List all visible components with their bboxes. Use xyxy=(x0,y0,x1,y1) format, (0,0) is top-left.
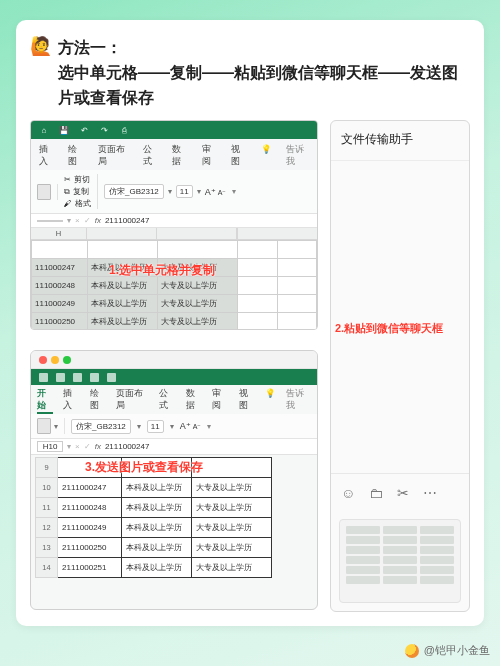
qat-icon[interactable] xyxy=(73,373,82,382)
cell[interactable]: 2111000248 xyxy=(58,498,122,518)
fx-label: fx xyxy=(95,442,101,451)
cell[interactable]: 大专及以上学历 xyxy=(158,313,238,331)
cell[interactable]: 大专及以上学历 xyxy=(192,478,272,498)
tab-draw[interactable]: 绘图 xyxy=(66,142,85,170)
tab-formula[interactable]: 公式 xyxy=(159,388,175,414)
excel2-grid[interactable]: 9102111000247本科及以上学历大专及以上学历112111000248本… xyxy=(31,455,317,578)
cell[interactable]: 本科及以上学历 xyxy=(122,478,192,498)
tab-layout[interactable]: 页面布局 xyxy=(116,388,149,414)
tell-me[interactable]: 告诉我 xyxy=(286,388,311,414)
more-icon[interactable]: ⋯ xyxy=(423,485,437,501)
name-box[interactable]: H10 xyxy=(37,441,63,452)
cell[interactable] xyxy=(88,241,158,259)
emoji-icon[interactable]: ☺ xyxy=(341,485,355,501)
cell[interactable] xyxy=(192,458,272,478)
close-icon[interactable] xyxy=(39,356,47,364)
tab-view[interactable]: 视图 xyxy=(229,142,248,170)
row-header[interactable]: 12 xyxy=(36,518,58,538)
cell[interactable]: 111000250 xyxy=(32,313,88,331)
clipboard-icon[interactable] xyxy=(37,418,51,434)
row-header[interactable]: 14 xyxy=(36,558,58,578)
font-size-select[interactable]: 11 xyxy=(147,420,164,433)
cell[interactable]: 2111000251 xyxy=(58,558,122,578)
cell[interactable] xyxy=(122,458,192,478)
wechat-pasted-preview[interactable] xyxy=(339,519,461,603)
tab-data[interactable]: 数据 xyxy=(186,388,202,414)
formula-value[interactable]: 2111000247 xyxy=(105,216,150,225)
wechat-title: 文件传输助手 xyxy=(331,121,469,161)
name-box[interactable] xyxy=(37,220,63,222)
minimize-icon[interactable] xyxy=(51,356,59,364)
chevron-down-icon[interactable]: ▾ xyxy=(232,187,236,196)
heading-text: 方法一： 选中单元格——复制——粘贴到微信等聊天框——发送图片或查看保存 xyxy=(58,36,470,110)
cell[interactable]: 本科及以上学历 xyxy=(88,259,158,277)
cell[interactable]: 大专及以上学历 xyxy=(192,558,272,578)
tab-insert[interactable]: 插入 xyxy=(63,388,79,414)
tab-draw[interactable]: 绘图 xyxy=(90,388,106,414)
tell-me[interactable]: 告诉我 xyxy=(284,142,311,170)
tab-review[interactable]: 审阅 xyxy=(200,142,219,170)
qat-icon[interactable] xyxy=(107,373,116,382)
row-header[interactable]: 9 xyxy=(36,458,58,478)
home-icon: ⌂ xyxy=(39,125,49,135)
tab-formula[interactable]: 公式 xyxy=(141,142,160,170)
qat-icon[interactable] xyxy=(90,373,99,382)
cell[interactable]: 2111000249 xyxy=(58,518,122,538)
excel1-grid[interactable]: 111000247本科及以上学历大专及以上学历111000248本科及以上学历大… xyxy=(31,240,317,330)
col-header-h[interactable]: H xyxy=(31,228,87,239)
cell[interactable]: 大专及以上学历 xyxy=(158,259,238,277)
format-label[interactable]: 格式 xyxy=(75,198,91,209)
folder-icon[interactable]: 🗀 xyxy=(369,485,383,501)
font-grow-shrink[interactable]: A⁺A⁻ xyxy=(180,421,202,431)
tab-insert[interactable]: 插入 xyxy=(37,142,56,170)
tab-home[interactable]: 开始 xyxy=(37,388,53,414)
wechat-body[interactable]: 2.粘贴到微信等聊天框 xyxy=(331,161,469,473)
cell[interactable]: 111000248 xyxy=(32,277,88,295)
save-icon: 💾 xyxy=(59,125,69,135)
cell[interactable]: 本科及以上学历 xyxy=(122,518,192,538)
qat-icon[interactable] xyxy=(56,373,65,382)
cell[interactable]: 2111000247 xyxy=(58,478,122,498)
cell[interactable]: 111000247 xyxy=(32,259,88,277)
font-name-select[interactable]: 仿宋_GB2312 xyxy=(71,419,131,434)
font-block: 仿宋_GB2312 ▾ 11 ▾ A⁺A⁻ xyxy=(104,184,226,199)
paste-button[interactable] xyxy=(37,184,58,200)
cell[interactable]: 大专及以上学历 xyxy=(192,538,272,558)
qat-icon[interactable] xyxy=(39,373,48,382)
cell[interactable]: 大专及以上学历 xyxy=(158,295,238,313)
font-name-select[interactable]: 仿宋_GB2312 xyxy=(104,184,164,199)
cell[interactable]: 2111000250 xyxy=(58,538,122,558)
cell[interactable]: 大专及以上学历 xyxy=(192,518,272,538)
cell[interactable]: 大专及以上学历 xyxy=(192,498,272,518)
tab-data[interactable]: 数据 xyxy=(170,142,189,170)
row-header[interactable]: 13 xyxy=(36,538,58,558)
cell[interactable]: 本科及以上学历 xyxy=(88,313,158,331)
cell[interactable]: 本科及以上学历 xyxy=(88,277,158,295)
font-grow-shrink[interactable]: A⁺A⁻ xyxy=(205,187,227,197)
cell[interactable]: 本科及以上学历 xyxy=(122,498,192,518)
scissors-icon: ✂ xyxy=(64,175,71,184)
traffic-lights[interactable] xyxy=(39,356,71,364)
scissors-icon[interactable]: ✂ xyxy=(397,485,409,501)
tab-review[interactable]: 审阅 xyxy=(212,388,228,414)
cut-label[interactable]: 剪切 xyxy=(74,174,90,185)
tab-layout[interactable]: 页面布局 xyxy=(96,142,131,170)
maximize-icon[interactable] xyxy=(63,356,71,364)
excel2-ribbon: ▾ 仿宋_GB2312 ▾ 11 ▾ A⁺A⁻ ▾ xyxy=(31,414,317,439)
formula-value[interactable]: 2111000247 xyxy=(105,442,150,451)
cell[interactable] xyxy=(32,241,88,259)
chevron-down-icon[interactable]: ▾ xyxy=(207,422,211,431)
watermark-logo-icon xyxy=(405,644,419,658)
cell[interactable]: 本科及以上学历 xyxy=(88,295,158,313)
cell[interactable]: 大专及以上学历 xyxy=(158,277,238,295)
row-header[interactable]: 10 xyxy=(36,478,58,498)
tab-view[interactable]: 视图 xyxy=(239,388,255,414)
cell[interactable]: 本科及以上学历 xyxy=(122,538,192,558)
copy-label[interactable]: 复制 xyxy=(73,186,89,197)
cell[interactable]: 111000249 xyxy=(32,295,88,313)
cell[interactable] xyxy=(158,241,238,259)
font-size-select[interactable]: 11 xyxy=(176,185,193,198)
cell[interactable] xyxy=(58,458,122,478)
row-header[interactable]: 11 xyxy=(36,498,58,518)
cell[interactable]: 本科及以上学历 xyxy=(122,558,192,578)
